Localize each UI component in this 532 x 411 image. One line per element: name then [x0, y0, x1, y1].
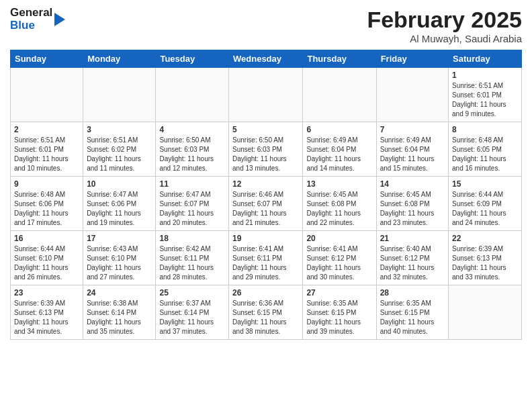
calendar-cell: 28Sunrise: 6:35 AMSunset: 6:15 PMDayligh…: [376, 285, 448, 340]
day-number: 20: [306, 234, 372, 243]
day-number: 8: [452, 125, 518, 134]
calendar-header-row: Sunday Monday Tuesday Wednesday Thursday…: [11, 50, 522, 68]
day-number: 9: [14, 179, 79, 189]
calendar-cell: [376, 68, 448, 122]
day-number: 13: [306, 179, 372, 189]
day-info: Sunrise: 6:44 AMSunset: 6:10 PMDaylight:…: [14, 244, 79, 282]
day-number: 7: [380, 125, 445, 134]
day-info: Sunrise: 6:50 AMSunset: 6:03 PMDaylight:…: [159, 136, 225, 173]
day-info: Sunrise: 6:49 AMSunset: 6:04 PMDaylight:…: [306, 136, 372, 173]
calendar-cell: 16Sunrise: 6:44 AMSunset: 6:10 PMDayligh…: [11, 231, 83, 285]
page-subtitle: Al Muwayh, Saudi Arabia: [367, 33, 522, 44]
day-info: Sunrise: 6:43 AMSunset: 6:10 PMDaylight:…: [87, 244, 152, 282]
day-info: Sunrise: 6:35 AMSunset: 6:15 PMDaylight:…: [380, 299, 445, 336]
calendar-cell: 6Sunrise: 6:49 AMSunset: 6:04 PMDaylight…: [303, 122, 376, 177]
day-info: Sunrise: 6:46 AMSunset: 6:07 PMDaylight:…: [232, 190, 299, 228]
calendar-cell: 7Sunrise: 6:49 AMSunset: 6:04 PMDaylight…: [376, 122, 448, 177]
day-info: Sunrise: 6:45 AMSunset: 6:08 PMDaylight:…: [306, 190, 372, 228]
calendar-cell: 10Sunrise: 6:47 AMSunset: 6:06 PMDayligh…: [83, 177, 156, 231]
logo-arrow-icon: [54, 13, 65, 26]
calendar-cell: [229, 68, 303, 122]
calendar-cell: 21Sunrise: 6:40 AMSunset: 6:12 PMDayligh…: [376, 231, 448, 285]
calendar-cell: 3Sunrise: 6:51 AMSunset: 6:02 PMDaylight…: [83, 122, 156, 177]
calendar-cell: 18Sunrise: 6:42 AMSunset: 6:11 PMDayligh…: [156, 231, 229, 285]
day-number: 23: [14, 288, 79, 298]
calendar-cell: 22Sunrise: 6:39 AMSunset: 6:13 PMDayligh…: [449, 231, 522, 285]
day-info: Sunrise: 6:40 AMSunset: 6:12 PMDaylight:…: [380, 244, 445, 282]
calendar-cell: [83, 68, 156, 122]
day-info: Sunrise: 6:51 AMSunset: 6:01 PMDaylight:…: [452, 81, 518, 119]
week-row-2: 9Sunrise: 6:48 AMSunset: 6:06 PMDaylight…: [11, 177, 522, 231]
calendar-cell: 19Sunrise: 6:41 AMSunset: 6:11 PMDayligh…: [229, 231, 303, 285]
calendar-cell: 17Sunrise: 6:43 AMSunset: 6:10 PMDayligh…: [83, 231, 156, 285]
day-number: 1: [452, 71, 518, 80]
day-info: Sunrise: 6:51 AMSunset: 6:02 PMDaylight:…: [87, 136, 152, 173]
calendar-cell: 9Sunrise: 6:48 AMSunset: 6:06 PMDaylight…: [11, 177, 83, 231]
calendar-cell: 25Sunrise: 6:37 AMSunset: 6:14 PMDayligh…: [156, 285, 229, 340]
week-row-1: 2Sunrise: 6:51 AMSunset: 6:01 PMDaylight…: [11, 122, 522, 177]
day-number: 12: [232, 179, 299, 189]
calendar-cell: 1Sunrise: 6:51 AMSunset: 6:01 PMDaylight…: [449, 68, 522, 122]
page-container: General Blue February 2025 Al Muwayh, Sa…: [0, 0, 532, 347]
day-info: Sunrise: 6:47 AMSunset: 6:06 PMDaylight:…: [87, 190, 152, 228]
day-number: 16: [14, 234, 79, 243]
day-number: 28: [380, 288, 445, 298]
calendar-cell: 11Sunrise: 6:47 AMSunset: 6:07 PMDayligh…: [156, 177, 229, 231]
day-info: Sunrise: 6:35 AMSunset: 6:15 PMDaylight:…: [306, 299, 372, 336]
calendar-cell: 12Sunrise: 6:46 AMSunset: 6:07 PMDayligh…: [229, 177, 303, 231]
calendar-cell: 27Sunrise: 6:35 AMSunset: 6:15 PMDayligh…: [303, 285, 376, 340]
day-number: 22: [452, 234, 518, 243]
day-info: Sunrise: 6:50 AMSunset: 6:03 PMDaylight:…: [232, 136, 299, 173]
day-number: 21: [380, 234, 445, 243]
day-number: 14: [380, 179, 445, 189]
day-info: Sunrise: 6:39 AMSunset: 6:13 PMDaylight:…: [14, 299, 79, 336]
col-tuesday: Tuesday: [156, 50, 229, 68]
col-sunday: Sunday: [11, 50, 83, 68]
calendar-cell: [156, 68, 229, 122]
day-number: 24: [87, 288, 152, 298]
day-info: Sunrise: 6:44 AMSunset: 6:09 PMDaylight:…: [452, 190, 518, 228]
calendar-cell: 15Sunrise: 6:44 AMSunset: 6:09 PMDayligh…: [449, 177, 522, 231]
day-number: 15: [452, 179, 518, 189]
logo: General Blue: [10, 7, 65, 32]
day-number: 5: [232, 125, 299, 134]
day-number: 6: [306, 125, 372, 134]
day-info: Sunrise: 6:47 AMSunset: 6:07 PMDaylight:…: [159, 190, 225, 228]
day-number: 26: [232, 288, 299, 298]
calendar-cell: 5Sunrise: 6:50 AMSunset: 6:03 PMDaylight…: [229, 122, 303, 177]
logo-line2: Blue: [10, 19, 52, 32]
day-info: Sunrise: 6:41 AMSunset: 6:11 PMDaylight:…: [232, 244, 299, 282]
calendar-table: Sunday Monday Tuesday Wednesday Thursday…: [10, 50, 522, 340]
day-info: Sunrise: 6:36 AMSunset: 6:15 PMDaylight:…: [232, 299, 299, 336]
day-number: 27: [306, 288, 372, 298]
calendar-cell: 4Sunrise: 6:50 AMSunset: 6:03 PMDaylight…: [156, 122, 229, 177]
day-info: Sunrise: 6:45 AMSunset: 6:08 PMDaylight:…: [380, 190, 445, 228]
day-number: 11: [159, 179, 225, 189]
day-info: Sunrise: 6:37 AMSunset: 6:14 PMDaylight:…: [159, 299, 225, 336]
header: General Blue February 2025 Al Muwayh, Sa…: [10, 7, 522, 44]
week-row-3: 16Sunrise: 6:44 AMSunset: 6:10 PMDayligh…: [11, 231, 522, 285]
week-row-0: 1Sunrise: 6:51 AMSunset: 6:01 PMDaylight…: [11, 68, 522, 122]
day-info: Sunrise: 6:49 AMSunset: 6:04 PMDaylight:…: [380, 136, 445, 173]
day-number: 4: [159, 125, 225, 134]
day-number: 18: [159, 234, 225, 243]
calendar-cell: 14Sunrise: 6:45 AMSunset: 6:08 PMDayligh…: [376, 177, 448, 231]
calendar-cell: [11, 68, 83, 122]
logo-line1: General: [10, 7, 52, 19]
calendar-cell: 13Sunrise: 6:45 AMSunset: 6:08 PMDayligh…: [303, 177, 376, 231]
day-number: 3: [87, 125, 152, 134]
calendar-cell: [449, 285, 522, 340]
week-row-4: 23Sunrise: 6:39 AMSunset: 6:13 PMDayligh…: [11, 285, 522, 340]
calendar-cell: [303, 68, 376, 122]
calendar-cell: 20Sunrise: 6:41 AMSunset: 6:12 PMDayligh…: [303, 231, 376, 285]
day-number: 10: [87, 179, 152, 189]
day-info: Sunrise: 6:42 AMSunset: 6:11 PMDaylight:…: [159, 244, 225, 282]
col-thursday: Thursday: [303, 50, 376, 68]
col-monday: Monday: [83, 50, 156, 68]
day-number: 2: [14, 125, 79, 134]
day-info: Sunrise: 6:41 AMSunset: 6:12 PMDaylight:…: [306, 244, 372, 282]
day-info: Sunrise: 6:38 AMSunset: 6:14 PMDaylight:…: [87, 299, 152, 336]
col-friday: Friday: [376, 50, 448, 68]
day-number: 17: [87, 234, 152, 243]
col-saturday: Saturday: [449, 50, 522, 68]
